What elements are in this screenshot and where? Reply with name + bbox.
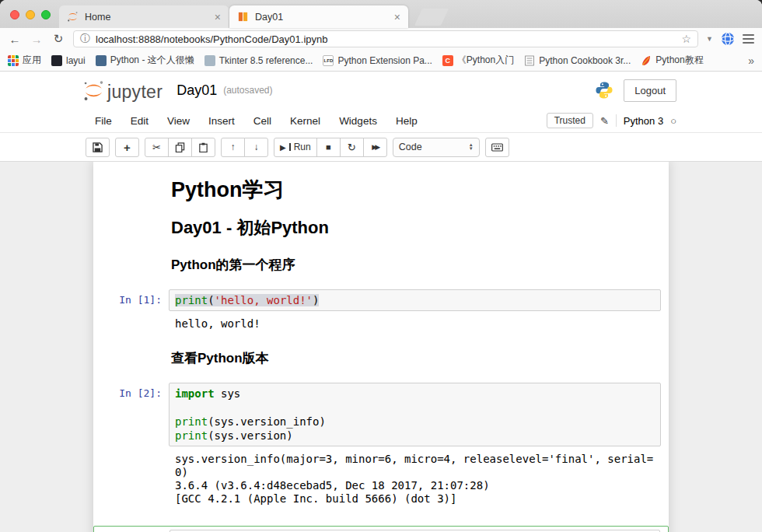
menu-cell[interactable]: Cell bbox=[244, 115, 281, 127]
arrow-down-icon: ↓ bbox=[254, 142, 259, 152]
code-cell-3-editing[interactable]: In [ ]: bbox=[93, 526, 669, 532]
input-prompt-2: In [2]: bbox=[93, 383, 169, 400]
bookmark-label: Python Extension Pa... bbox=[337, 55, 432, 66]
notebook-title[interactable]: Day01 bbox=[177, 82, 217, 99]
downloads-dropdown-icon[interactable]: ▼ bbox=[706, 35, 713, 43]
logout-button[interactable]: Logout bbox=[624, 79, 676, 102]
notebook-scroll-area[interactable]: Python学习 Day01 - 初始Python Python的第一个程序 I… bbox=[0, 162, 762, 532]
extension-globe-icon[interactable] bbox=[721, 32, 735, 46]
input-prompt-1: In [1]: bbox=[93, 289, 169, 306]
tab-day01-close-icon[interactable]: × bbox=[394, 11, 400, 23]
menu-view[interactable]: View bbox=[158, 115, 199, 127]
restart-run-all-button[interactable]: ▶▶ bbox=[363, 138, 387, 157]
bookmark-python-blog[interactable]: Python - 这个人很懒 bbox=[96, 54, 194, 67]
tab-day01[interactable]: Day01 × bbox=[229, 5, 408, 28]
code-editor-1[interactable]: print('hello, world!') bbox=[169, 289, 661, 311]
cut-icon: ✂ bbox=[152, 142, 161, 153]
csdn-favicon: C bbox=[442, 55, 453, 66]
output-text-1: hello, world! bbox=[169, 317, 661, 331]
code-cell-2[interactable]: In [2]: import sys print(sys.version_inf… bbox=[93, 383, 669, 446]
code-text: import sys print(sys.version_info) print… bbox=[175, 387, 326, 442]
menu-file[interactable]: File bbox=[86, 115, 121, 127]
plus-icon: + bbox=[124, 141, 131, 154]
url-field[interactable]: ⓘ localhost:8888/notebooks/PythonCode/Da… bbox=[73, 30, 698, 47]
interrupt-kernel-button[interactable]: ■ bbox=[316, 138, 341, 157]
jupyter-logo[interactable]: jupyter bbox=[82, 79, 163, 102]
jupyter-favicon bbox=[67, 11, 79, 23]
run-cell-button[interactable]: ▶ Run bbox=[274, 138, 317, 157]
tab-home-label: Home bbox=[85, 12, 210, 23]
menu-kernel[interactable]: Kernel bbox=[281, 115, 330, 127]
stop-icon: ■ bbox=[326, 142, 331, 152]
back-button[interactable]: ← bbox=[8, 33, 22, 46]
save-button[interactable] bbox=[86, 138, 110, 157]
code-editor-2[interactable]: import sys print(sys.version_info) print… bbox=[169, 383, 661, 446]
run-icon: ▶ bbox=[280, 143, 286, 152]
trusted-button[interactable]: Trusted bbox=[547, 113, 593, 128]
new-tab-button[interactable] bbox=[414, 9, 449, 26]
edit-mode-pencil-icon: ✎ bbox=[600, 115, 609, 127]
tab-day01-label: Day01 bbox=[255, 12, 390, 23]
add-cell-button[interactable]: + bbox=[115, 138, 139, 157]
reload-button[interactable]: ↻ bbox=[51, 32, 65, 46]
bookmark-python-tutorial[interactable]: Python教程 bbox=[641, 54, 703, 67]
keyboard-icon bbox=[491, 143, 503, 152]
bookmark-lfd[interactable]: LFD Python Extension Pa... bbox=[323, 55, 432, 66]
tab-strip: Home × Day01 × bbox=[0, 0, 762, 28]
markdown-cell-title[interactable]: Python学习 Day01 - 初始Python Python的第一个程序 bbox=[171, 178, 661, 272]
heading-check-version: 查看Python版本 bbox=[171, 351, 661, 366]
tkinter-favicon bbox=[204, 55, 215, 66]
restart-icon: ↻ bbox=[348, 142, 356, 153]
notebook-toolbar: + ✂ ↑ ↓ ▶ Ru bbox=[0, 133, 762, 162]
python-site-favicon bbox=[96, 55, 107, 66]
traffic-lights bbox=[10, 10, 51, 19]
cut-cell-button[interactable]: ✂ bbox=[145, 138, 169, 157]
notebook-menubar: File Edit View Insert Cell Kernel Widget… bbox=[0, 109, 762, 133]
bookmarks-overflow-icon[interactable]: » bbox=[748, 54, 754, 67]
menu-insert[interactable]: Insert bbox=[199, 115, 244, 127]
forward-button[interactable]: → bbox=[30, 33, 44, 46]
markdown-cell-version[interactable]: 查看Python版本 bbox=[171, 351, 661, 366]
browser-menu-icon[interactable] bbox=[743, 34, 754, 44]
bookmark-csdn[interactable]: C 《Python入门 bbox=[442, 54, 514, 67]
code-cell-1[interactable]: In [1]: print('hello, world!') bbox=[93, 289, 669, 311]
bookmark-label: Python教程 bbox=[655, 54, 703, 67]
zoom-window-button[interactable] bbox=[41, 10, 51, 19]
apps-grid-icon bbox=[8, 55, 19, 66]
tab-home[interactable]: Home × bbox=[59, 5, 229, 28]
restart-kernel-button[interactable]: ↻ bbox=[340, 138, 364, 157]
menu-edit[interactable]: Edit bbox=[121, 115, 158, 127]
command-palette-button[interactable] bbox=[485, 138, 509, 157]
notebook-page: Python学习 Day01 - 初始Python Python的第一个程序 I… bbox=[93, 162, 669, 532]
output-area-1: hello, world! bbox=[93, 317, 669, 331]
jupyter-header: jupyter Day01 (autosaved) Logout bbox=[0, 72, 762, 109]
cell-type-value: Code bbox=[399, 142, 422, 152]
cell-type-select[interactable]: Code ▲▼ bbox=[393, 138, 480, 157]
url-text[interactable]: localhost:8888/notebooks/PythonCode/Day0… bbox=[96, 33, 676, 45]
fast-forward-icon: ▶▶ bbox=[372, 143, 378, 151]
page-info-icon[interactable]: ⓘ bbox=[80, 32, 90, 46]
tab-home-close-icon[interactable]: × bbox=[215, 11, 221, 23]
minimize-window-button[interactable] bbox=[26, 10, 35, 19]
run-icon-bar bbox=[289, 143, 291, 151]
output-area-2: sys.version_info(major=3, minor=6, micro… bbox=[93, 453, 669, 506]
close-window-button[interactable] bbox=[10, 10, 19, 19]
move-cell-down-button[interactable]: ↓ bbox=[244, 138, 268, 157]
bookmark-apps[interactable]: 应用 bbox=[8, 54, 41, 67]
arrow-up-icon: ↑ bbox=[231, 142, 236, 152]
bookmark-tkinter[interactable]: Tkinter 8.5 reference... bbox=[204, 55, 313, 66]
move-cell-up-button[interactable]: ↑ bbox=[221, 138, 245, 157]
copy-cell-button[interactable] bbox=[168, 138, 192, 157]
bookmarks-bar: 应用 layui Python - 这个人很懒 Tkinter 8.5 refe… bbox=[0, 50, 762, 72]
heading-day01: Day01 - 初始Python bbox=[171, 219, 661, 237]
heading-python-study: Python学习 bbox=[171, 178, 661, 201]
menu-help[interactable]: Help bbox=[386, 115, 427, 127]
bookmark-star-icon[interactable]: ☆ bbox=[682, 33, 692, 45]
bookmark-layui[interactable]: layui bbox=[51, 55, 86, 66]
jupyter-logo-icon bbox=[82, 79, 105, 102]
select-carets-icon: ▲▼ bbox=[469, 143, 474, 151]
bookmark-cookbook[interactable]: Python Cookbook 3r... bbox=[524, 55, 631, 66]
paste-cell-button[interactable] bbox=[191, 138, 215, 157]
layui-favicon bbox=[51, 55, 62, 66]
menu-widgets[interactable]: Widgets bbox=[330, 115, 386, 127]
